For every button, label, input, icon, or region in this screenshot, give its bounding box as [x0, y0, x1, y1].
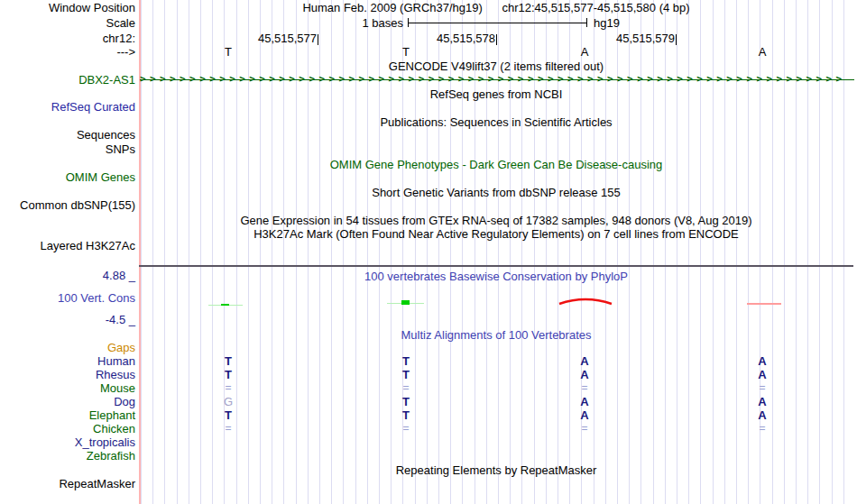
alignment-gap-mark: = — [215, 422, 242, 435]
alignment-base: A — [571, 368, 598, 381]
alignment-base: A — [571, 395, 598, 408]
alignment-base: T — [392, 395, 419, 408]
alignment-base: T — [392, 408, 419, 422]
repeatmasker-track-title[interactable]: Repeating Elements by RepeatMasker — [139, 463, 853, 477]
omim-genes-label[interactable]: OMIM Genes — [0, 170, 135, 184]
alignment-gap-mark: = — [749, 422, 776, 435]
alignment-gap-mark: = — [571, 381, 598, 395]
phylop-positive-mark-1 — [221, 304, 229, 306]
alignment-gap-mark: = — [392, 422, 419, 435]
sequence-base: T — [215, 45, 242, 59]
scale-label: Scale — [0, 16, 135, 30]
alignment-base: A — [571, 354, 598, 368]
multiz-row-label-rhesus[interactable]: Rhesus — [0, 368, 135, 381]
multiz-track-title[interactable]: Multiz Alignments of 100 Vertebrates — [139, 328, 853, 342]
scale-bar — [408, 23, 586, 23]
assembly-position-line: Human Feb. 2009 (GRCh37/hg19) chr12:45,5… — [139, 1, 853, 14]
alignment-base: G — [215, 395, 242, 408]
ruler-tick-value: 45,515,579 — [616, 32, 675, 45]
multiz-row-label-xtropicalis[interactable]: X_tropicalis — [0, 435, 135, 449]
alignment-base: A — [749, 368, 776, 381]
multiz-row-label-mouse[interactable]: Mouse — [0, 381, 135, 395]
phylop-axis-max: 4.88 _ — [0, 269, 135, 282]
vert-cons-label[interactable]: 100 Vert. Cons — [0, 291, 135, 305]
sequence-base: A — [749, 45, 776, 59]
dbx2-arrow-line[interactable]: >>>>>>>>>>>>>>>>>>>>>>>>>>>>>>>>>>>>>>>>… — [140, 74, 854, 85]
sequence-base: A — [571, 45, 598, 59]
ruler-tick[interactable]: 45,515,578 — [437, 32, 497, 45]
strand-direction-label[interactable]: ---> — [0, 45, 135, 59]
ruler-tick-mark — [676, 34, 677, 45]
publications-track-title[interactable]: Publications: Sequences in Scientific Ar… — [139, 115, 853, 129]
multiz-row-label-zebrafish[interactable]: Zebrafish — [0, 449, 135, 463]
gencode-track-title[interactable]: GENCODE V49lift37 (2 items filtered out) — [139, 60, 853, 73]
chromosome-label: chr12: — [0, 32, 135, 45]
sequences-label[interactable]: Sequences — [0, 128, 135, 142]
repeatmasker-label[interactable]: RepeatMasker — [0, 477, 135, 490]
h3k27ac-track-title[interactable]: H3K27Ac Mark (Often Found Near Active Re… — [139, 227, 853, 241]
assembly-name: Human Feb. 2009 (GRCh37/hg19) — [302, 1, 482, 14]
scale-bar-right-tick — [586, 18, 587, 27]
genome-browser-image: Window Position Human Feb. 2009 (GRCh37/… — [0, 0, 857, 504]
dbsnp-track-title[interactable]: Short Genetic Variants from dbSNP releas… — [139, 186, 853, 199]
alignment-gap-mark: = — [571, 422, 598, 435]
window-coordinates: chr12:45,515,577-45,515,580 (4 bp) — [502, 1, 689, 14]
refseq-track-title[interactable]: RefSeq genes from NCBI — [139, 87, 853, 101]
gencode-gene-label[interactable]: DBX2-AS1 — [0, 73, 135, 87]
snps-label[interactable]: SNPs — [0, 142, 135, 156]
ruler-tick-mark — [496, 34, 497, 45]
alignment-base: T — [215, 408, 242, 422]
alignment-base: T — [392, 354, 419, 368]
multiz-row-label-elephant[interactable]: Elephant — [0, 408, 135, 422]
ruler-tick-value: 45,515,577 — [258, 32, 317, 45]
scale-value: 1 bases — [362, 16, 403, 30]
multiz-row-label-gaps[interactable]: Gaps — [0, 341, 135, 354]
assembly-tag: hg19 — [594, 16, 620, 30]
common-dbsnp-label[interactable]: Common dbSNP(155) — [0, 198, 135, 212]
alignment-base: A — [749, 354, 776, 368]
alignment-base: A — [749, 408, 776, 422]
sequence-base: T — [392, 45, 419, 59]
track-separator-line — [139, 265, 853, 267]
window-position-label: Window Position — [0, 1, 135, 14]
phylop-axis-min: -4.5 _ — [0, 313, 135, 326]
alignment-base: T — [215, 354, 242, 368]
scale-bar-left-tick — [408, 18, 409, 27]
alignment-base: A — [749, 395, 776, 408]
alignment-gap-mark: = — [215, 381, 242, 395]
alignment-base: T — [392, 368, 419, 381]
phylop-negative-mark-2 — [747, 303, 781, 305]
alignment-gap-mark: = — [749, 381, 776, 395]
multiz-row-label-chicken[interactable]: Chicken — [0, 422, 135, 435]
omim-track-title[interactable]: OMIM Gene Phenotypes - Dark Green Can Be… — [139, 158, 853, 171]
ruler-tick[interactable]: 45,515,577 — [258, 32, 318, 45]
ruler-tick[interactable]: 45,515,579 — [616, 32, 677, 45]
phylop-positive-mark-2 — [401, 300, 410, 305]
alignment-base: T — [215, 368, 242, 381]
gtex-track-title[interactable]: Gene Expression in 54 tissues from GTEx … — [139, 214, 853, 227]
phylop-track-title[interactable]: 100 vertebrates Basewise Conservation by… — [139, 270, 853, 283]
multiz-row-label-dog[interactable]: Dog — [0, 395, 135, 408]
phylop-negative-arch — [557, 294, 614, 307]
ruler-tick-mark — [318, 34, 318, 45]
multiz-row-label-human[interactable]: Human — [0, 354, 135, 368]
refseq-curated-label[interactable]: RefSeq Curated — [0, 100, 135, 114]
alignment-gap-mark: = — [392, 381, 419, 395]
ruler-tick-value: 45,515,578 — [437, 32, 495, 45]
layered-h3k27ac-label[interactable]: Layered H3K27Ac — [0, 239, 135, 252]
alignment-base: A — [571, 408, 598, 422]
